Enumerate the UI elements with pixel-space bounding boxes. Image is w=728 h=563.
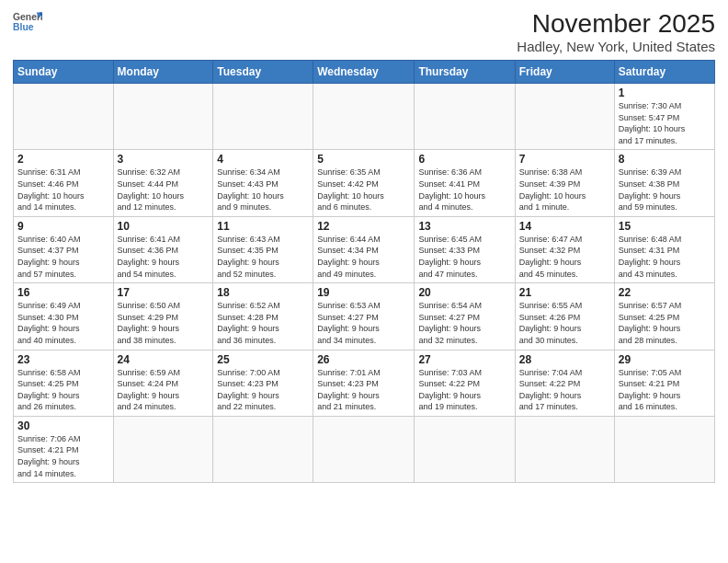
calendar-cell: 1Sunrise: 7:30 AM Sunset: 5:47 PM Daylig… — [614, 84, 714, 150]
day-info: Sunrise: 6:39 AM Sunset: 4:38 PM Dayligh… — [619, 167, 711, 213]
day-info: Sunrise: 7:05 AM Sunset: 4:21 PM Dayligh… — [619, 367, 711, 413]
weekday-header-saturday: Saturday — [614, 61, 714, 84]
day-info: Sunrise: 6:40 AM Sunset: 4:37 PM Dayligh… — [17, 234, 109, 280]
day-number: 8 — [619, 153, 711, 166]
calendar-cell — [415, 84, 515, 150]
weekday-header-thursday: Thursday — [415, 61, 515, 84]
calendar-cell: 19Sunrise: 6:53 AM Sunset: 4:27 PM Dayli… — [313, 283, 415, 350]
calendar-week-row: 30Sunrise: 7:06 AM Sunset: 4:21 PM Dayli… — [14, 416, 715, 482]
calendar-cell — [113, 84, 213, 150]
day-info: Sunrise: 7:04 AM Sunset: 4:22 PM Dayligh… — [519, 367, 610, 413]
day-info: Sunrise: 7:06 AM Sunset: 4:21 PM Dayligh… — [17, 433, 109, 479]
calendar-cell — [313, 416, 415, 482]
calendar-cell: 8Sunrise: 6:39 AM Sunset: 4:38 PM Daylig… — [614, 150, 714, 216]
weekday-header-tuesday: Tuesday — [213, 61, 313, 84]
day-number: 4 — [217, 153, 309, 166]
calendar-cell: 3Sunrise: 6:32 AM Sunset: 4:44 PM Daylig… — [113, 150, 213, 216]
weekday-header-wednesday: Wednesday — [313, 61, 415, 84]
weekday-header-monday: Monday — [113, 61, 213, 84]
day-number: 13 — [418, 220, 510, 233]
day-info: Sunrise: 7:00 AM Sunset: 4:23 PM Dayligh… — [217, 367, 309, 413]
day-number: 3 — [118, 153, 210, 166]
calendar-cell: 24Sunrise: 6:59 AM Sunset: 4:24 PM Dayli… — [113, 350, 213, 416]
day-info: Sunrise: 6:52 AM Sunset: 4:28 PM Dayligh… — [217, 300, 309, 346]
calendar-cell — [113, 416, 213, 482]
calendar-cell: 4Sunrise: 6:34 AM Sunset: 4:43 PM Daylig… — [213, 150, 313, 216]
calendar-week-row: 1Sunrise: 7:30 AM Sunset: 5:47 PM Daylig… — [14, 84, 715, 150]
calendar-cell: 15Sunrise: 6:48 AM Sunset: 4:31 PM Dayli… — [614, 216, 714, 282]
calendar-cell: 5Sunrise: 6:35 AM Sunset: 4:42 PM Daylig… — [313, 150, 415, 216]
day-info: Sunrise: 6:55 AM Sunset: 4:26 PM Dayligh… — [519, 300, 610, 346]
calendar-cell: 7Sunrise: 6:38 AM Sunset: 4:39 PM Daylig… — [515, 150, 614, 216]
calendar-week-row: 23Sunrise: 6:58 AM Sunset: 4:25 PM Dayli… — [14, 350, 715, 416]
day-number: 30 — [17, 419, 109, 432]
day-number: 2 — [17, 153, 109, 166]
calendar-cell: 13Sunrise: 6:45 AM Sunset: 4:33 PM Dayli… — [415, 216, 515, 282]
day-number: 1 — [619, 86, 711, 99]
calendar-cell: 27Sunrise: 7:03 AM Sunset: 4:22 PM Dayli… — [415, 350, 515, 416]
day-number: 16 — [17, 286, 109, 299]
calendar-cell: 11Sunrise: 6:43 AM Sunset: 4:35 PM Dayli… — [213, 216, 313, 282]
calendar-cell: 30Sunrise: 7:06 AM Sunset: 4:21 PM Dayli… — [14, 416, 114, 482]
day-info: Sunrise: 7:01 AM Sunset: 4:23 PM Dayligh… — [317, 367, 410, 413]
calendar-cell: 28Sunrise: 7:04 AM Sunset: 4:22 PM Dayli… — [515, 350, 614, 416]
title-block: November 2025 Hadley, New York, United S… — [517, 9, 715, 54]
calendar-cell: 21Sunrise: 6:55 AM Sunset: 4:26 PM Dayli… — [515, 283, 614, 350]
day-number: 5 — [317, 153, 410, 166]
page-title: November 2025 — [517, 9, 715, 39]
calendar-cell: 20Sunrise: 6:54 AM Sunset: 4:27 PM Dayli… — [415, 283, 515, 350]
day-info: Sunrise: 6:32 AM Sunset: 4:44 PM Dayligh… — [118, 167, 210, 213]
calendar-cell — [515, 84, 614, 150]
day-number: 14 — [519, 220, 610, 233]
day-info: Sunrise: 6:36 AM Sunset: 4:41 PM Dayligh… — [418, 167, 510, 213]
day-number: 26 — [317, 353, 410, 366]
day-number: 7 — [519, 153, 610, 166]
weekday-header-friday: Friday — [515, 61, 614, 84]
day-info: Sunrise: 6:57 AM Sunset: 4:25 PM Dayligh… — [619, 300, 711, 346]
calendar-cell: 9Sunrise: 6:40 AM Sunset: 4:37 PM Daylig… — [14, 216, 114, 282]
day-number: 9 — [17, 220, 109, 233]
calendar-cell: 16Sunrise: 6:49 AM Sunset: 4:30 PM Dayli… — [14, 283, 114, 350]
day-info: Sunrise: 6:38 AM Sunset: 4:39 PM Dayligh… — [519, 167, 610, 213]
logo: General Blue — [13, 9, 42, 35]
calendar-cell: 29Sunrise: 7:05 AM Sunset: 4:21 PM Dayli… — [614, 350, 714, 416]
day-info: Sunrise: 6:50 AM Sunset: 4:29 PM Dayligh… — [118, 300, 210, 346]
page-header: General Blue November 2025 Hadley, New Y… — [13, 9, 715, 54]
day-info: Sunrise: 6:49 AM Sunset: 4:30 PM Dayligh… — [17, 300, 109, 346]
day-info: Sunrise: 6:34 AM Sunset: 4:43 PM Dayligh… — [217, 167, 309, 213]
day-info: Sunrise: 7:30 AM Sunset: 5:47 PM Dayligh… — [619, 100, 711, 146]
day-number: 17 — [118, 286, 210, 299]
day-number: 23 — [17, 353, 109, 366]
day-info: Sunrise: 6:58 AM Sunset: 4:25 PM Dayligh… — [17, 367, 109, 413]
day-info: Sunrise: 6:45 AM Sunset: 4:33 PM Dayligh… — [418, 234, 510, 280]
calendar-cell: 17Sunrise: 6:50 AM Sunset: 4:29 PM Dayli… — [113, 283, 213, 350]
day-info: Sunrise: 6:41 AM Sunset: 4:36 PM Dayligh… — [118, 234, 210, 280]
calendar-cell — [614, 416, 714, 482]
calendar-cell — [14, 84, 114, 150]
day-info: Sunrise: 6:53 AM Sunset: 4:27 PM Dayligh… — [317, 300, 410, 346]
calendar-cell — [515, 416, 614, 482]
calendar-cell: 23Sunrise: 6:58 AM Sunset: 4:25 PM Dayli… — [14, 350, 114, 416]
calendar-cell — [415, 416, 515, 482]
calendar-cell: 18Sunrise: 6:52 AM Sunset: 4:28 PM Dayli… — [213, 283, 313, 350]
calendar-cell: 10Sunrise: 6:41 AM Sunset: 4:36 PM Dayli… — [113, 216, 213, 282]
day-number: 6 — [418, 153, 510, 166]
day-info: Sunrise: 6:59 AM Sunset: 4:24 PM Dayligh… — [118, 367, 210, 413]
day-number: 29 — [619, 353, 711, 366]
day-number: 28 — [519, 353, 610, 366]
day-info: Sunrise: 6:54 AM Sunset: 4:27 PM Dayligh… — [418, 300, 510, 346]
day-number: 18 — [217, 286, 309, 299]
day-info: Sunrise: 6:35 AM Sunset: 4:42 PM Dayligh… — [317, 167, 410, 213]
calendar-cell: 6Sunrise: 6:36 AM Sunset: 4:41 PM Daylig… — [415, 150, 515, 216]
day-number: 21 — [519, 286, 610, 299]
day-number: 24 — [118, 353, 210, 366]
day-number: 22 — [619, 286, 711, 299]
calendar-cell: 2Sunrise: 6:31 AM Sunset: 4:46 PM Daylig… — [14, 150, 114, 216]
day-info: Sunrise: 6:44 AM Sunset: 4:34 PM Dayligh… — [317, 234, 410, 280]
calendar-cell: 12Sunrise: 6:44 AM Sunset: 4:34 PM Dayli… — [313, 216, 415, 282]
calendar-cell: 26Sunrise: 7:01 AM Sunset: 4:23 PM Dayli… — [313, 350, 415, 416]
day-number: 10 — [118, 220, 210, 233]
weekday-header-sunday: Sunday — [14, 61, 114, 84]
day-number: 20 — [418, 286, 510, 299]
day-number: 25 — [217, 353, 309, 366]
